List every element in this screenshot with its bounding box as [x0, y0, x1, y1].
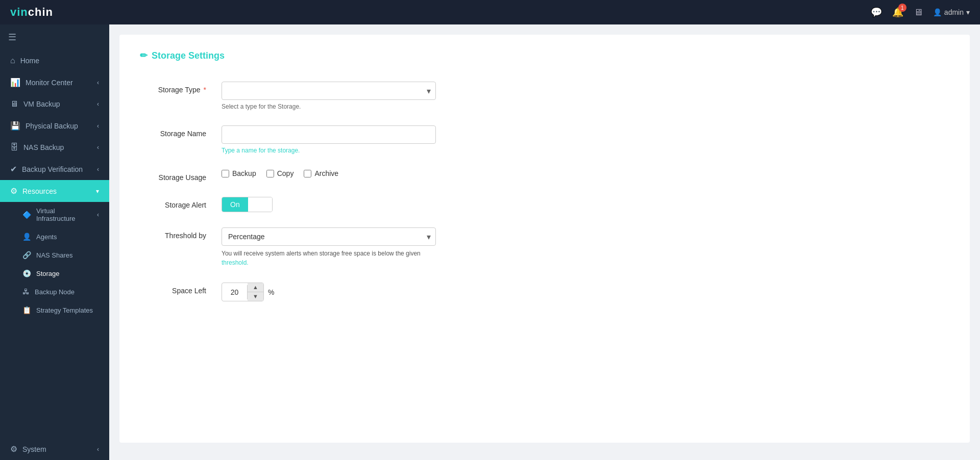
space-left-row: Space Left 20 ▲ ▼ %	[140, 283, 949, 301]
sidebar-item-backup-node[interactable]: 🖧 Backup Node	[0, 283, 109, 301]
spinner-buttons: ▲ ▼	[248, 283, 263, 301]
storage-alert-wrapper: On	[222, 197, 436, 212]
storage-type-hint: Select a type for the Storage.	[222, 103, 436, 110]
usage-archive-option[interactable]: Archive	[304, 169, 338, 177]
storage-type-wrapper: Local Storage NFS iSCSI CIFS ▾ Select a …	[222, 82, 436, 110]
monitor-center-icon: 📊	[10, 78, 20, 87]
sidebar-item-virtual-infrastructure-label: Virtual Infrastructure	[36, 207, 92, 222]
resources-icon: ⚙	[10, 186, 17, 196]
sidebar-item-monitor-center[interactable]: 📊 Monitor Center ‹	[0, 71, 109, 93]
main-layout: ☰ ⌂ Home 📊 Monitor Center ‹ 🖥 VM Backup …	[0, 24, 980, 460]
threshold-by-label: Threshold by	[140, 227, 206, 240]
sidebar-item-virtual-infrastructure[interactable]: 🔷 Virtual Infrastructure ‹	[0, 202, 109, 227]
storage-alert-off-button[interactable]	[248, 197, 272, 212]
threshold-hint-line2: threshold.	[222, 259, 249, 266]
sidebar-toggle[interactable]: ☰	[0, 24, 109, 50]
spinner-down-button[interactable]: ▼	[248, 292, 263, 301]
sidebar-item-vm-backup-label: VM Backup	[23, 100, 60, 108]
storage-type-required: *	[204, 86, 206, 94]
logo-chin: chin	[28, 6, 53, 18]
threshold-by-row: Threshold by Percentage Fixed Size ▾ You…	[140, 227, 949, 267]
storage-type-label: Storage Type *	[140, 82, 206, 94]
notification-badge: 1	[898, 4, 906, 12]
sidebar-item-nas-backup-label: NAS Backup	[23, 143, 64, 151]
sidebar-item-storage-label: Storage	[36, 270, 60, 277]
home-icon: ⌂	[10, 56, 15, 65]
user-menu[interactable]: 👤 admin ▾	[933, 8, 970, 16]
usage-backup-checkbox[interactable]	[222, 170, 229, 177]
sidebar-item-strategy-templates[interactable]: 📋 Strategy Templates	[0, 301, 109, 319]
system-arrow-icon: ‹	[97, 446, 99, 453]
sidebar-item-vm-backup[interactable]: 🖥 VM Backup ‹	[0, 93, 109, 115]
sidebar-item-resources-label: Resources	[22, 187, 57, 195]
strategy-templates-icon: 📋	[22, 306, 31, 314]
resources-arrow-icon: ▾	[96, 188, 99, 195]
sidebar-item-backup-node-label: Backup Node	[35, 288, 75, 296]
threshold-by-select[interactable]: Percentage Fixed Size	[222, 227, 436, 246]
backup-node-icon: 🖧	[22, 288, 30, 296]
content-card: ✏ Storage Settings Storage Type * Local …	[119, 35, 970, 443]
usage-backup-option[interactable]: Backup	[222, 169, 256, 177]
monitor-icon[interactable]: 🖥	[914, 7, 923, 18]
sidebar-item-strategy-templates-label: Strategy Templates	[36, 306, 93, 314]
virtual-infrastructure-arrow-icon: ‹	[97, 211, 99, 218]
storage-name-input[interactable]	[222, 125, 436, 144]
sidebar-item-physical-backup[interactable]: 💾 Physical Backup ‹	[0, 115, 109, 137]
threshold-hint-line1: You will receive system alerts when stor…	[222, 250, 421, 257]
storage-name-label: Storage Name	[140, 125, 206, 138]
page-title: ✏ Storage Settings	[140, 50, 949, 61]
logo: vinchin	[10, 6, 53, 19]
usage-options: Backup Copy Archive	[222, 169, 436, 177]
usage-archive-checkbox[interactable]	[304, 170, 311, 177]
usage-copy-checkbox[interactable]	[266, 170, 274, 177]
logo-vin: vin	[10, 6, 28, 18]
user-label: admin	[944, 8, 964, 16]
page-title-text: Storage Settings	[152, 50, 225, 61]
messages-icon[interactable]: 💬	[871, 7, 882, 18]
system-icon: ⚙	[10, 444, 17, 454]
sidebar-item-nas-shares[interactable]: 🔗 NAS Shares	[0, 246, 109, 264]
threshold-by-select-wrapper: Percentage Fixed Size ▾	[222, 227, 436, 246]
storage-usage-row: Storage Usage Backup Copy Ar	[140, 169, 949, 182]
space-left-value: 20	[222, 285, 248, 299]
physical-backup-icon: 💾	[10, 121, 20, 131]
nas-backup-icon: 🗄	[10, 143, 18, 152]
sidebar-item-system-label: System	[22, 445, 46, 453]
storage-alert-label: Storage Alert	[140, 197, 206, 209]
sidebar-item-backup-verification[interactable]: ✔ Backup Verification ‹	[0, 158, 109, 180]
storage-type-row: Storage Type * Local Storage NFS iSCSI C…	[140, 82, 949, 110]
storage-usage-wrapper: Backup Copy Archive	[222, 169, 436, 177]
usage-archive-label: Archive	[314, 169, 338, 177]
content-area: ✏ Storage Settings Storage Type * Local …	[109, 24, 980, 460]
sidebar-item-agents-label: Agents	[36, 233, 57, 241]
spinner-up-button[interactable]: ▲	[248, 283, 263, 292]
sidebar-item-storage[interactable]: 💿 Storage	[0, 264, 109, 283]
sidebar: ☰ ⌂ Home 📊 Monitor Center ‹ 🖥 VM Backup …	[0, 24, 109, 460]
sidebar-item-nas-backup[interactable]: 🗄 NAS Backup ‹	[0, 137, 109, 158]
sidebar-item-agents[interactable]: 👤 Agents	[0, 227, 109, 246]
notifications-icon[interactable]: 🔔 1	[892, 7, 903, 18]
space-left-unit: %	[268, 288, 274, 296]
topbar-right: 💬 🔔 1 🖥 👤 admin ▾	[871, 7, 970, 18]
storage-alert-toggle: On	[222, 197, 273, 212]
sidebar-item-system[interactable]: ⚙ System ‹	[0, 438, 109, 460]
sidebar-item-nas-shares-label: NAS Shares	[36, 251, 73, 259]
storage-icon: 💿	[22, 269, 31, 277]
usage-backup-label: Backup	[232, 169, 256, 177]
storage-alert-on-button[interactable]: On	[222, 197, 248, 212]
user-chevron-icon: ▾	[966, 8, 970, 16]
storage-alert-row: Storage Alert On	[140, 197, 949, 212]
physical-backup-arrow-icon: ‹	[97, 122, 99, 130]
virtual-infrastructure-icon: 🔷	[22, 211, 31, 219]
storage-type-select-wrapper: Local Storage NFS iSCSI CIFS ▾	[222, 82, 436, 100]
sidebar-item-home[interactable]: ⌂ Home	[0, 50, 109, 71]
page-title-icon: ✏	[140, 50, 148, 61]
topbar: vinchin 💬 🔔 1 🖥 👤 admin ▾	[0, 0, 980, 24]
usage-copy-option[interactable]: Copy	[266, 169, 294, 177]
threshold-hint: You will receive system alerts when stor…	[222, 249, 436, 267]
storage-type-select[interactable]: Local Storage NFS iSCSI CIFS	[222, 82, 436, 100]
sidebar-item-resources[interactable]: ⚙ Resources ▾	[0, 180, 109, 202]
nas-shares-icon: 🔗	[22, 251, 31, 259]
usage-copy-label: Copy	[277, 169, 294, 177]
storage-usage-label: Storage Usage	[140, 169, 206, 182]
